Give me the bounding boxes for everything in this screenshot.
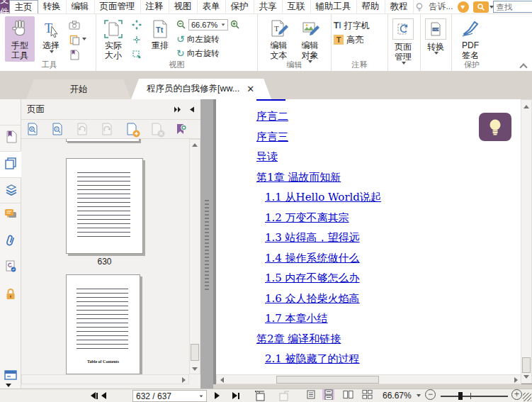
continuous-view-icon[interactable] xyxy=(322,389,334,400)
search-tool-icon[interactable] xyxy=(473,1,489,13)
actual-size-button[interactable]: 实际大小 xyxy=(98,16,128,62)
file-menu-button[interactable]: 文件 xyxy=(0,0,9,13)
thumbnail-page-630[interactable] xyxy=(66,158,143,254)
menu-item[interactable]: 教程 xyxy=(385,0,414,13)
scrollbar-thumb[interactable] xyxy=(276,376,379,384)
toc-link[interactable]: 第1章 温故而知新 xyxy=(256,172,381,184)
toc-link[interactable]: 1.3 站得高，望得远 xyxy=(265,233,381,244)
toc-link[interactable]: 序言二 xyxy=(256,111,381,123)
edit-text-button[interactable]: T 编辑文本 xyxy=(264,16,294,62)
zoom-slider-track[interactable] xyxy=(441,396,508,397)
delete-page-icon[interactable] xyxy=(149,122,164,136)
window-resize-grip[interactable] xyxy=(523,393,531,401)
tab-close-icon[interactable]: ✕ xyxy=(245,84,256,94)
single-page-view-icon[interactable] xyxy=(305,389,317,400)
rotate-page-left-icon[interactable] xyxy=(75,122,89,136)
zoom-out-thumbnails-icon[interactable] xyxy=(50,122,64,136)
menu-item[interactable]: 转换 xyxy=(38,0,67,13)
scroll-down-arrow[interactable] xyxy=(521,372,531,381)
scroll-left-arrow[interactable] xyxy=(217,375,227,385)
fields-panel-icon[interactable] xyxy=(3,367,18,383)
thumbnail-page-631[interactable]: Table of Contents xyxy=(66,274,140,374)
menu-item[interactable]: 注释 xyxy=(141,0,169,13)
rotate-left-button[interactable]: ↺ 向左旋转 xyxy=(176,33,240,45)
assistant-lightbulb-button[interactable] xyxy=(479,113,511,141)
toc-link[interactable]: 1.1 从Hello World说起 xyxy=(265,192,381,203)
toc-link[interactable]: 1.6 众人拾柴火焰高 xyxy=(265,294,381,305)
first-page-button[interactable] xyxy=(91,389,106,402)
next-view-icon[interactable] xyxy=(278,389,290,402)
zoom-in-button[interactable]: + xyxy=(511,389,522,400)
edit-object-button[interactable]: 编辑对象 xyxy=(295,16,325,65)
comments-panel-icon[interactable] xyxy=(3,206,18,222)
last-page-button[interactable] xyxy=(232,389,239,402)
menu-item[interactable]: 帮助 xyxy=(357,0,385,13)
zoom-slider-thumb[interactable] xyxy=(458,392,463,400)
toc-link[interactable]: 导读 xyxy=(256,152,381,163)
digital-signatures-panel-icon[interactable] xyxy=(3,259,18,274)
facing-view-icon[interactable] xyxy=(342,389,354,400)
toc-link[interactable]: 1.4 操作系统做什么 xyxy=(265,253,381,264)
panel-splitter[interactable] xyxy=(200,99,213,389)
scroll-down-arrow[interactable] xyxy=(190,364,200,374)
pages-panel-icon[interactable] xyxy=(3,155,18,171)
scrollbar-thumb[interactable] xyxy=(522,357,531,373)
hand-tool-button[interactable]: 手型工具 xyxy=(5,16,35,62)
document-vertical-scrollbar[interactable] xyxy=(521,99,532,384)
thumbnail-partial-previous[interactable] xyxy=(66,139,140,142)
continuous-facing-view-icon[interactable] xyxy=(361,389,373,400)
menu-item[interactable]: 互联 xyxy=(283,0,311,13)
zoom-in-thumbnails-icon[interactable] xyxy=(26,122,40,136)
convert-button[interactable]: OCR 转换 xyxy=(423,16,448,55)
toc-link[interactable]: 第2章 编译和链接 xyxy=(256,334,381,345)
toc-link[interactable]: 2.1 被隐藏了的过程 xyxy=(265,354,381,365)
menu-item[interactable]: 表单 xyxy=(198,0,226,13)
typewriter-button[interactable]: TI 打字机 xyxy=(334,19,370,32)
snapshot-camera-icon[interactable] xyxy=(67,18,81,31)
fit-page-icon[interactable] xyxy=(130,18,144,31)
scrollbar-thumb[interactable] xyxy=(191,344,199,361)
more-panels-caret[interactable] xyxy=(6,384,11,387)
scroll-right-arrow[interactable] xyxy=(179,375,188,385)
attachments-panel-icon[interactable] xyxy=(3,233,18,248)
menu-item[interactable]: 保护 xyxy=(226,0,254,13)
fit-width-icon[interactable] xyxy=(130,33,144,46)
toc-link[interactable]: 1.2 万变不离其宗 xyxy=(265,213,381,224)
search-dropdown-caret[interactable] xyxy=(489,6,494,9)
previous-view-icon[interactable] xyxy=(254,389,266,402)
rotate-right-button[interactable]: ↻ 向右旋转 xyxy=(176,47,240,60)
scroll-right-arrow[interactable] xyxy=(511,375,521,385)
highlight-button[interactable]: T 高亮 xyxy=(334,33,370,46)
select-tool-button[interactable]: T 选择 xyxy=(36,16,66,55)
zoom-out-icon[interactable] xyxy=(176,20,186,30)
clipboard-paste-icon[interactable] xyxy=(67,33,81,46)
layers-panel-icon[interactable] xyxy=(3,182,18,197)
toc-link[interactable]: 1.7 本章小结 xyxy=(265,313,381,325)
page-bookmark-flag-icon[interactable] xyxy=(174,122,188,136)
scroll-up-arrow[interactable] xyxy=(190,140,200,150)
zoom-level-combobox[interactable]: 66.67% xyxy=(188,19,228,30)
zoom-dropdown-caret[interactable] xyxy=(417,389,421,402)
menu-item[interactable]: 编辑 xyxy=(67,0,95,13)
panel-expand-icon[interactable] xyxy=(174,106,182,113)
reflow-button[interactable]: Tt 重排 xyxy=(145,16,175,52)
thumbnail-vertical-scrollbar[interactable] xyxy=(189,139,200,374)
thumbnail-horizontal-scrollbar[interactable] xyxy=(21,374,189,384)
menu-item[interactable]: 辅助工具 xyxy=(311,0,357,13)
tell-me-label[interactable]: 告诉... xyxy=(429,1,453,13)
bookmarks-panel-icon[interactable] xyxy=(3,129,18,145)
menu-item[interactable]: 主页 xyxy=(9,0,38,13)
menu-item[interactable]: 视图 xyxy=(169,0,198,13)
ribbon-collapse-chevron[interactable] xyxy=(521,62,526,68)
security-panel-icon[interactable] xyxy=(3,286,18,301)
zoom-out-button[interactable]: − xyxy=(425,389,436,400)
toc-link[interactable]: 1.5 内存不够怎么办 xyxy=(265,273,381,284)
find-input[interactable] xyxy=(493,1,532,13)
pdf-sign-button[interactable]: PDF签名 xyxy=(454,16,487,62)
document-tab[interactable]: 开始 ✕ xyxy=(26,79,131,99)
page-management-button[interactable]: 页面管理 xyxy=(390,16,416,65)
panel-collapse-icon[interactable] xyxy=(189,106,195,113)
zoom-in-icon[interactable] xyxy=(230,20,240,30)
insert-page-icon[interactable] xyxy=(125,122,139,136)
menu-item[interactable]: 页面管理 xyxy=(95,0,141,13)
